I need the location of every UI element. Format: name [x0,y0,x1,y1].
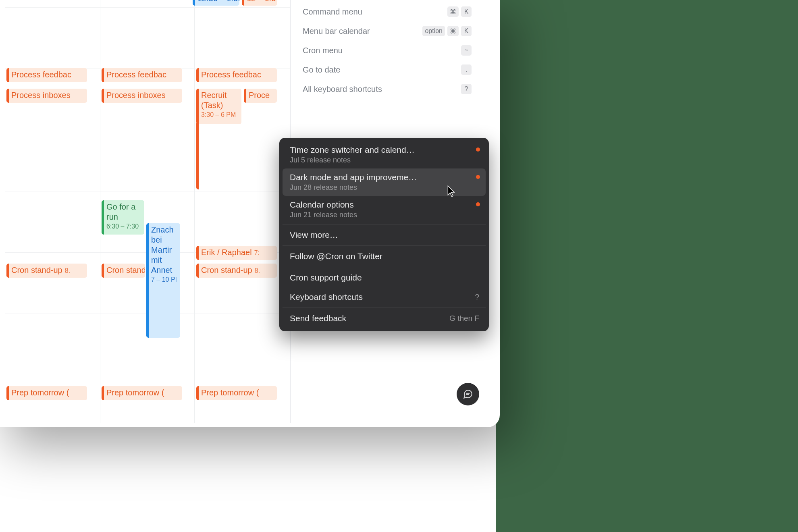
event-accent [196,264,199,278]
event-accent [242,0,244,6]
chat-fab[interactable] [457,383,479,405]
event-accent [6,264,9,278]
release-note-item[interactable]: Time zone switcher and calend…Jul 5 rele… [283,141,486,168]
link-hint: G then F [449,314,479,323]
calendar-event[interactable]: Go for a run6:30 – 7:30 [102,200,144,235]
release-note-item[interactable]: Calendar optionsJun 21 release notes [283,196,486,223]
calendar-event[interactable]: Process feedbac [196,68,277,82]
event-accent [6,68,9,82]
shortcut-row[interactable]: Cron menu~ [303,41,472,60]
key: ⌘ [447,26,459,36]
event-title: Process feedbac [106,70,166,79]
calendar-area: 12:30 – 1:30 12 – 1:3 Process feedbacPro… [0,0,290,423]
popover-group: Follow @Cron on Twitter [283,245,486,266]
event-title: Cron stand- [106,266,145,274]
calendar-event[interactable]: Cron stand- [102,264,145,278]
hour-line [5,130,290,130]
key: option [422,26,445,36]
event-time: 7 – 10 PI [151,276,177,284]
link-label: Follow @Cron on Twitter [290,251,478,261]
key: ⌘ [447,6,459,17]
shortcut-row[interactable]: Command menu⌘K [303,2,472,21]
event-accent [6,386,9,400]
event-title: Prep tomorrow ( [106,388,164,397]
event-title: Process inboxes [11,91,71,100]
cursor-icon [447,185,456,197]
shortcut-keys: ⌘K [447,6,472,17]
event-header-orange[interactable]: 12 – 1:3 [242,0,277,6]
send-feedback-link[interactable]: Send feedback G then F [283,309,486,328]
event-time: 8. [255,267,260,274]
event-accent [196,68,199,82]
event-accent [196,386,199,400]
calendar-event[interactable]: Process inboxes [102,89,182,103]
event-title: 12 – 1:3 [247,0,276,3]
view-more-link[interactable]: View more… [283,225,486,245]
release-subtitle: Jul 5 release notes [290,156,470,164]
event-header-blue[interactable]: 12:30 – 1:30 [193,0,239,6]
event-title: Cron stand-up [201,266,252,274]
release-notes-group: Time zone switcher and calend…Jul 5 rele… [283,141,486,223]
calendar-event[interactable]: Process feedbac [102,68,182,82]
shortcut-row[interactable]: Go to date. [303,60,472,79]
calendar-event[interactable]: Cron stand-up8. [6,264,87,278]
event-accent [6,89,9,103]
popover-group: View more… [283,224,486,245]
calendar-event[interactable]: Process inboxes [6,89,87,103]
release-subtitle: Jun 21 release notes [290,211,470,219]
shortcut-row[interactable]: Menu bar calendaroption⌘K [303,21,472,41]
key: ~ [461,45,472,56]
event-accent [102,386,104,400]
event-accent [102,89,104,103]
shortcut-label: Command menu [303,7,447,17]
event-accent [102,264,104,278]
calendar-event[interactable]: Erik / Raphael7: [196,246,277,260]
key: ? [461,84,472,94]
calendar-event[interactable]: Prep tomorrow ( [102,386,182,400]
unread-dot-icon [476,202,480,206]
view-more-label: View more… [290,230,478,240]
backdrop [496,0,798,532]
unread-dot-icon [476,175,480,179]
event-accent [244,89,246,103]
follow-twitter-link[interactable]: Follow @Cron on Twitter [283,247,486,266]
shortcut-row[interactable]: All keyboard shortcuts? [303,79,472,99]
event-accent [102,200,104,235]
link-label: Keyboard shortcuts [290,292,478,302]
release-subtitle: Jun 28 release notes [290,183,470,192]
event-time: 6:30 – 7:30 [106,222,141,231]
key: K [461,6,472,17]
shortcut-keys: ? [461,84,472,94]
event-accent [196,89,199,124]
event-title: Prep tomorrow ( [201,388,259,397]
event-title: Process feedbac [11,70,71,79]
event-title: Cron stand-up [11,266,62,274]
calendar-event[interactable]: Prep tomorrow ( [6,386,87,400]
event-accent [146,223,149,338]
calendar-event[interactable]: Prep tomorrow ( [196,386,277,400]
event-title: Prep tomorrow ( [11,388,69,397]
link-hint: ? [475,293,479,301]
event-time: 3:30 – 6 PM [201,111,238,119]
event-title: Recruit (Task) [201,90,238,110]
hour-line [5,7,290,8]
hour-line [5,375,290,375]
calendar-event[interactable]: Recruit (Task)3:30 – 6 PM [196,89,241,124]
popover-group: Cron support guide Keyboard shortcuts ? [283,267,486,307]
support-guide-link[interactable]: Cron support guide [283,268,486,287]
popover-group: Send feedback G then F [283,308,486,328]
shortcut-label: Go to date [303,65,461,75]
keyboard-shortcuts-link[interactable]: Keyboard shortcuts ? [283,287,486,307]
calendar-event[interactable]: Cron stand-up8. [196,264,277,278]
event-title: Znach bei Martir mit Annet [151,225,177,275]
event-title: Go for a run [106,202,141,222]
calendar-event[interactable]: Process feedbac [6,68,87,82]
calendar-event[interactable]: Znach bei Martir mit Annet7 – 10 PI [146,223,180,338]
calendar-event[interactable]: Proce [244,89,277,103]
chat-icon [463,389,473,399]
day-separator [100,0,100,423]
event-title: 12:30 – 1:30 [197,0,239,3]
event-time: 7: [254,249,260,256]
unread-dot-icon [476,148,480,152]
event-accent [102,68,104,82]
